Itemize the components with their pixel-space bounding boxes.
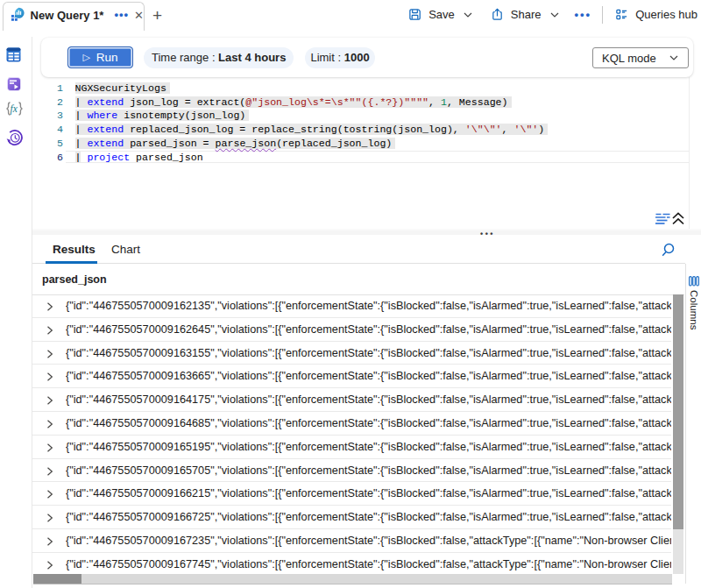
svg-text:fx: fx xyxy=(11,103,18,115)
